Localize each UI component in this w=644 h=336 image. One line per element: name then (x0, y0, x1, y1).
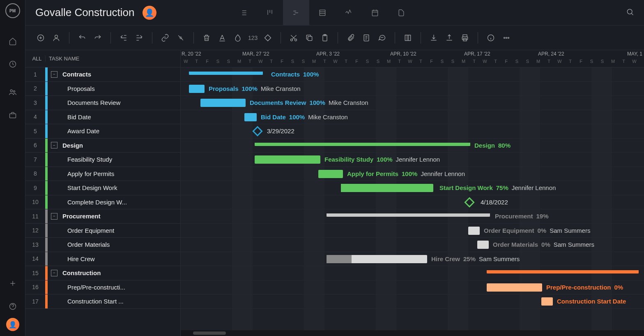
task-row[interactable]: 10 Complete Design W... (25, 195, 180, 210)
clock-icon[interactable] (8, 59, 18, 69)
milestone-icon[interactable] (252, 126, 262, 136)
briefcase-icon[interactable] (8, 110, 18, 120)
task-bar[interactable] (189, 85, 205, 93)
milestone-button[interactable] (262, 32, 273, 43)
task-bar[interactable] (477, 241, 489, 249)
task-row[interactable]: 15 − Construction (25, 266, 180, 280)
milestone-icon[interactable] (464, 197, 474, 207)
outdent-button[interactable] (118, 32, 129, 43)
team-icon[interactable] (8, 87, 18, 97)
task-bar[interactable] (200, 99, 246, 107)
add-task-button[interactable] (35, 32, 46, 43)
col-task-name[interactable]: TASK NAME (45, 56, 180, 62)
task-bar[interactable] (487, 283, 542, 292)
svg-point-10 (291, 39, 293, 41)
assign-button[interactable] (51, 32, 62, 43)
undo-button[interactable] (77, 32, 87, 43)
cut-button[interactable] (288, 32, 299, 43)
row-number: 13 (25, 241, 45, 248)
day-label: W (629, 59, 639, 64)
task-row[interactable]: 8 Apply for Permits (25, 167, 180, 181)
home-icon[interactable] (8, 36, 18, 46)
task-row[interactable]: 1 − Contracts (25, 67, 180, 82)
color-button[interactable] (232, 32, 243, 43)
collapse-toggle[interactable]: − (51, 142, 58, 148)
svg-point-2 (13, 90, 15, 92)
task-row[interactable]: 9 Start Design Work (25, 181, 180, 195)
help-icon[interactable] (8, 301, 18, 311)
copy-button[interactable] (304, 32, 315, 43)
gantt-view-tab[interactable] (283, 0, 309, 25)
user-avatar-small[interactable]: 👤 (6, 318, 19, 331)
more-button[interactable] (501, 32, 512, 43)
task-row[interactable]: 4 Bid Date (25, 110, 180, 125)
task-row[interactable]: 13 Order Materials (25, 238, 180, 252)
collapse-toggle[interactable]: − (51, 270, 58, 276)
task-row[interactable]: 7 Feasibility Study (25, 153, 180, 167)
task-bar[interactable] (341, 184, 433, 192)
info-button[interactable] (485, 32, 496, 43)
day-label: T (394, 59, 405, 64)
progress-button[interactable]: 123 (248, 35, 258, 41)
columns-button[interactable] (402, 32, 413, 43)
task-row[interactable]: 14 Hire Crew (25, 252, 180, 266)
task-row[interactable]: 2 Proposals (25, 82, 180, 96)
summary-bar[interactable] (327, 213, 490, 217)
task-row[interactable]: 6 − Design (25, 139, 180, 153)
add-icon[interactable] (8, 278, 18, 288)
redo-button[interactable] (92, 32, 103, 43)
sheet-view-tab[interactable] (309, 0, 336, 25)
link-button[interactable] (160, 32, 170, 43)
day-label: T (245, 59, 255, 64)
summary-bar[interactable] (487, 270, 639, 273)
task-row[interactable]: 5 Award Date (25, 124, 180, 139)
unlink-button[interactable] (175, 32, 186, 43)
files-view-tab[interactable] (388, 0, 414, 25)
summary-bar[interactable] (255, 143, 470, 146)
indent-button[interactable] (134, 32, 145, 43)
task-bar[interactable] (255, 155, 320, 164)
export-button[interactable] (444, 32, 455, 43)
calendar-view-tab[interactable] (362, 0, 388, 25)
row-number: 9 (25, 185, 45, 191)
timeline-header[interactable]: R, 20 '22 MAY, 1 MAR, 27 '22APR, 3 '22AP… (181, 50, 644, 67)
delete-button[interactable] (201, 32, 212, 43)
import-button[interactable] (428, 32, 439, 43)
dashboard-view-tab[interactable] (336, 0, 362, 25)
row-number: 10 (25, 199, 45, 205)
text-format-button[interactable] (217, 32, 228, 43)
task-row[interactable]: 12 Order Equipment (25, 224, 180, 238)
task-row[interactable]: 11 − Procurement (25, 209, 180, 224)
col-all[interactable]: ALL (25, 56, 45, 62)
week-label: MAR, 27 '22 (242, 51, 269, 57)
svg-rect-16 (405, 35, 411, 40)
task-row[interactable]: 3 Documents Review (25, 96, 180, 110)
task-bar[interactable] (327, 255, 427, 263)
task-bar[interactable] (541, 297, 553, 306)
attachment-button[interactable] (345, 32, 356, 43)
project-owner-avatar[interactable]: 👤 (143, 6, 156, 20)
comment-button[interactable] (377, 32, 387, 43)
list-view-tab[interactable] (230, 0, 257, 25)
task-bar[interactable] (318, 170, 343, 178)
task-bar[interactable] (468, 227, 480, 235)
day-label: T (341, 59, 351, 64)
gantt-chart: R, 20 '22 MAY, 1 MAR, 27 '22APR, 3 '22AP… (181, 50, 644, 336)
board-view-tab[interactable] (257, 0, 283, 25)
search-icon[interactable] (626, 8, 634, 18)
gantt-row: Procurement19% (181, 209, 644, 224)
print-button[interactable] (460, 32, 470, 43)
gantt-row: Feasibility Study100%Jennifer Lennon (181, 153, 644, 167)
summary-bar[interactable] (189, 72, 263, 75)
task-row[interactable]: 16 Prep/Pre-constructi... (25, 280, 180, 295)
task-bar[interactable] (244, 113, 257, 121)
svg-rect-12 (308, 36, 312, 40)
horizontal-scrollbar[interactable] (181, 330, 644, 336)
collapse-toggle[interactable]: − (51, 213, 58, 220)
row-number: 11 (25, 213, 45, 220)
collapse-toggle[interactable]: − (51, 71, 58, 78)
logo[interactable]: PM (5, 3, 20, 18)
paste-button[interactable] (320, 32, 330, 43)
notes-button[interactable] (361, 32, 372, 43)
task-row[interactable]: 17 Construction Start ... (25, 294, 180, 309)
